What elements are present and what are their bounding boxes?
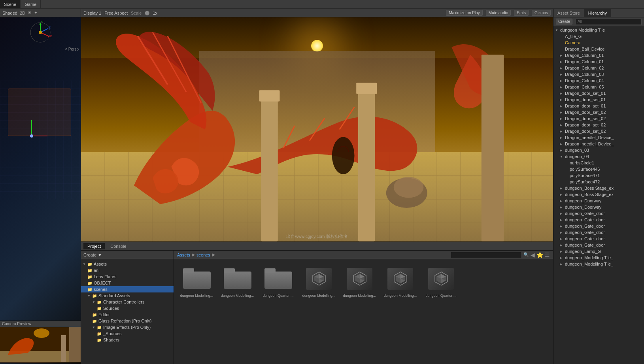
svg-rect-28 bbox=[482, 55, 504, 242]
asset-actions-icon-2[interactable]: ⭐ bbox=[536, 252, 543, 258]
asset-item-unity4[interactable]: dungeon Quarter ... bbox=[422, 263, 460, 299]
scene-lighting-icon[interactable]: ☀ bbox=[28, 10, 32, 15]
gizmos-btn[interactable]: Gizmos bbox=[532, 10, 551, 16]
hier-dungeon-gate-door-6[interactable]: ▶ dungeon_Gate_door bbox=[553, 242, 644, 248]
dungeon-modelling-tile-2-label: dungeon_Modelling Tile_ bbox=[565, 262, 613, 266]
hier-dungeon-gate-door-1[interactable]: ▶ dungeon_Gate_door bbox=[553, 210, 644, 217]
hier-dungeon-boss-stage-2[interactable]: ▶ dungeon_Boss Stage_ex bbox=[553, 191, 644, 198]
breadcrumb-assets[interactable]: Assets bbox=[177, 253, 190, 257]
tree-item-editor[interactable]: 📁 Editor bbox=[81, 311, 174, 318]
tree-item-object[interactable]: 📁 OBJECT bbox=[81, 280, 174, 286]
asset-item-unity2[interactable]: dungeon Modelling... bbox=[341, 263, 378, 299]
dungeon-lamp-g-label: dungeon_Lamp_G bbox=[565, 249, 601, 254]
tree-item-image-effects[interactable]: ▼ 📁 Image Effects (Pro Only) bbox=[81, 324, 174, 330]
asset-actions-icon-3[interactable]: ☰ bbox=[545, 252, 550, 258]
hier-camera[interactable]: Camera bbox=[553, 40, 644, 46]
svg-rect-27 bbox=[356, 83, 377, 94]
dragon-door-set-02-2-arrow: ▶ bbox=[560, 117, 564, 121]
hier-dungeon-lamp-g[interactable]: ▶ dungeon_Lamp_G bbox=[553, 248, 644, 255]
hier-dragon-column-02[interactable]: ▶ Dragon_Column_02 bbox=[553, 65, 644, 71]
tree-item-sources-2[interactable]: 📁 _Sources bbox=[81, 330, 174, 337]
hier-dragon-needlel-device-1[interactable]: ▶ Dragon_needlel_Device_ bbox=[553, 134, 644, 141]
assets-search-input[interactable] bbox=[451, 252, 522, 258]
tree-item-glass-refraction[interactable]: 📁 Glass Refraction (Pro Only) bbox=[81, 318, 174, 324]
hier-dragon-needlel-device-2[interactable]: ▶ Dragon_needlel_Device_ bbox=[553, 141, 644, 147]
dragon-column-01-2-arrow: ▶ bbox=[560, 60, 564, 64]
hier-dragon-door-set-02-4[interactable]: ▶ Dragon_door_set_02 bbox=[553, 128, 644, 134]
scene-3d-view[interactable]: Y X Z < Persp bbox=[0, 17, 81, 364]
tree-item-character-controllers[interactable]: ▼ 📁 Character Controllers bbox=[81, 299, 174, 305]
hier-dungeon-gate-door-5[interactable]: ▶ dungeon_Gate_door bbox=[553, 236, 644, 242]
hier-polysurface446[interactable]: polySurface446 bbox=[553, 166, 644, 172]
maximize-on-play-btn[interactable]: Maximize on Play bbox=[446, 10, 482, 16]
hier-dungeon-modelling-tile-2[interactable]: ▶ dungeon_Modelling Tile_ bbox=[553, 261, 644, 267]
dragon-column-03-label: Dragon_Column_03 bbox=[565, 72, 604, 77]
hier-dragon-ball-device[interactable]: Dragon_Ball_Device bbox=[553, 46, 644, 52]
hier-dungeon-gate-door-2[interactable]: ▶ dungeon_Gate_door bbox=[553, 217, 644, 223]
hier-dragon-door-set-02-3[interactable]: ▶ Dragon_door_set_02 bbox=[553, 122, 644, 128]
hier-dragon-column-01-2[interactable]: ▶ Dragon_Column_01 bbox=[553, 58, 644, 65]
hier-a-tile-g[interactable]: A_tile_G bbox=[553, 33, 644, 40]
display-dropdown[interactable]: Display 1 bbox=[83, 11, 101, 15]
asset-item-folder1[interactable]: dungeon Modelling... bbox=[178, 263, 215, 299]
hier-dragon-column-04[interactable]: ▶ Dragon_Column_04 bbox=[553, 77, 644, 84]
console-tab[interactable]: Console bbox=[106, 243, 130, 249]
hier-nurbscircle1[interactable]: nurbsCircle1 bbox=[553, 160, 644, 166]
asset-item-unity3[interactable]: dungeon Modelling... bbox=[381, 263, 419, 299]
hier-dragon-door-set-01-2[interactable]: ▶ Dragon_door_set_01 bbox=[553, 96, 644, 103]
image-effects-arrow: ▼ bbox=[92, 326, 95, 329]
tree-item-scenes[interactable]: 📁 scenes bbox=[81, 286, 174, 292]
hier-dungeon-doorway-2[interactable]: ▶ dungeon_Doorway bbox=[553, 204, 644, 210]
tree-item-assets[interactable]: ▼ 📁 Assets bbox=[81, 261, 174, 267]
dungeon-gate-door-1-arrow: ▶ bbox=[560, 212, 564, 215]
character-controllers-folder-icon: 📁 bbox=[97, 300, 102, 304]
hier-dragon-door-set-01-3[interactable]: ▶ Dragon_door_set_01 bbox=[553, 103, 644, 109]
game-tab[interactable]: Game bbox=[21, 0, 41, 8]
hier-dragon-door-set-01-1[interactable]: ▶ Dragon_door_set_01 bbox=[553, 90, 644, 96]
aspect-dropdown[interactable]: Free Aspect bbox=[104, 11, 128, 15]
stats-btn[interactable]: Stats bbox=[514, 10, 529, 16]
hier-dungeon-03[interactable]: ▶ dungeon_03 bbox=[553, 147, 644, 153]
hier-polysurface471[interactable]: polySurface471 bbox=[553, 172, 644, 179]
scene-2d-btn[interactable]: 2D bbox=[20, 11, 25, 15]
hier-polysurface472[interactable]: polySurface472 bbox=[553, 179, 644, 185]
tree-item-standard-assets[interactable]: ▼ 📁 Standard Assets bbox=[81, 292, 174, 299]
hier-dungeon-boss-stage-1[interactable]: ▶ dungeon_Boss Stage_ex bbox=[553, 185, 644, 191]
asset-icon-folder3 bbox=[264, 265, 292, 292]
tree-item-lens-flares[interactable]: 📁 Lens Flares bbox=[81, 273, 174, 280]
tree-item-shaders[interactable]: 📁 Shaders bbox=[81, 337, 174, 343]
tree-item-sources-1[interactable]: 📁 Sources bbox=[81, 305, 174, 311]
project-tab[interactable]: Project bbox=[83, 243, 105, 249]
hier-dungeon-modelling-tile-1[interactable]: ▶ dungeon_Modelling Tile_ bbox=[553, 255, 644, 261]
hier-dungeon-doorway-1[interactable]: ▶ dungeon_Doorway bbox=[553, 198, 644, 204]
hier-dungeon-modelling-tile[interactable]: ▼ dungeon Modelling Tile bbox=[553, 27, 644, 33]
hier-dragon-door-set-02-1[interactable]: ▶ Dragon_door_set_02 bbox=[553, 109, 644, 115]
project-panel: Create ▼ ▼ 📁 Assets 📁 ani bbox=[81, 251, 174, 364]
asset-store-tab[interactable]: Asset Store bbox=[553, 9, 584, 17]
breadcrumb-scenes[interactable]: scenes bbox=[196, 253, 210, 257]
create-btn[interactable]: Create bbox=[556, 19, 572, 25]
hier-dungeon-04[interactable]: ▼ dungeon_04 bbox=[553, 153, 644, 160]
asset-actions-icon-1[interactable]: ◀ bbox=[531, 252, 535, 258]
mute-audio-btn[interactable]: Mute audio bbox=[486, 10, 511, 16]
scene-shading-dropdown[interactable]: Shaded bbox=[2, 11, 17, 15]
dragon-door-set-02-3-label: Dragon_door_set_02 bbox=[565, 123, 606, 127]
glass-refraction-label: Glass Refraction (Pro Only) bbox=[98, 319, 151, 323]
hier-dragon-door-set-02-2[interactable]: ▶ Dragon_door_set_02 bbox=[553, 115, 644, 122]
dungeon-gate-door-3-arrow: ▶ bbox=[560, 224, 564, 228]
hier-dragon-column-05[interactable]: ▶ Dragon_Column_05 bbox=[553, 84, 644, 90]
scene-fx-icon[interactable]: ✦ bbox=[34, 10, 38, 15]
dragon-column-04-arrow: ▶ bbox=[560, 79, 564, 83]
hier-dragon-column-01-1[interactable]: ▶ Dragon_Column_01 bbox=[553, 52, 644, 58]
scene-tab[interactable]: Scene bbox=[0, 0, 21, 8]
asset-item-folder2[interactable]: dungeon Modelling... bbox=[219, 263, 256, 299]
hier-dungeon-gate-door-3[interactable]: ▶ dungeon_Gate_door bbox=[553, 223, 644, 229]
hierarchy-tab[interactable]: Hierarchy bbox=[584, 9, 611, 17]
hierarchy-search-input[interactable] bbox=[576, 19, 642, 25]
tree-item-ani[interactable]: 📁 ani bbox=[81, 267, 174, 273]
hier-dragon-column-03[interactable]: ▶ Dragon_Column_03 bbox=[553, 71, 644, 77]
create-label[interactable]: Create ▼ bbox=[83, 253, 102, 257]
hier-dungeon-gate-door-4[interactable]: ▶ dungeon_Gate_door bbox=[553, 229, 644, 236]
asset-item-unity1[interactable]: dungeon Modelling... bbox=[300, 263, 338, 299]
asset-item-folder3[interactable]: dungeon Quarter ... bbox=[259, 263, 297, 299]
